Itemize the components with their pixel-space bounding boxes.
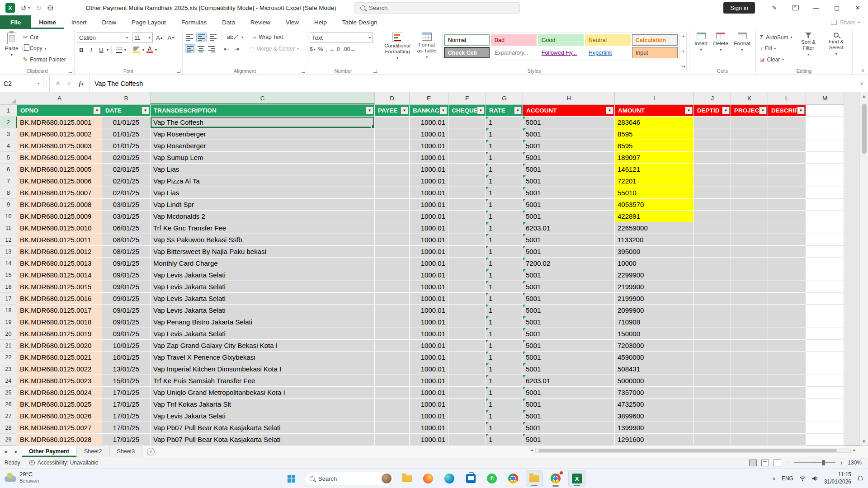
cell-E20[interactable]: 1000.01 [410, 328, 448, 340]
font-dialog-launcher[interactable] [177, 69, 180, 73]
cell-I9[interactable]: 4053570 [615, 199, 694, 211]
cell-F2[interactable] [448, 117, 486, 128]
cell-K20[interactable] [731, 328, 768, 340]
cell-E4[interactable]: 1000.01 [410, 140, 448, 152]
middle-align-icon[interactable] [196, 33, 207, 42]
cell-B8[interactable]: 02/01/25 [102, 187, 151, 199]
notification-bell-icon[interactable] [857, 475, 863, 482]
whatsapp-button[interactable]: ✆ [483, 470, 500, 487]
cell-K14[interactable] [731, 258, 768, 269]
cancel-icon[interactable]: ✕ [52, 78, 63, 89]
cell-E24[interactable]: 1000.01 [410, 375, 448, 387]
cell-E12[interactable]: 1000.01 [410, 234, 448, 246]
cell-G23[interactable]: 1 [486, 363, 523, 375]
comma-style-icon[interactable]: , [326, 46, 327, 52]
cell-C19[interactable]: Vap Penang Bistro Jakarta Selati [151, 316, 375, 328]
orientation-icon[interactable]: ab⤢ [226, 33, 240, 42]
cell-H22[interactable]: 5001 [523, 352, 615, 363]
paste-button[interactable]: Paste▾ [2, 31, 21, 66]
column-header-H[interactable]: H [523, 92, 615, 105]
cell-H6[interactable]: 5001 [523, 164, 615, 175]
cell-H28[interactable]: 5001 [523, 422, 615, 434]
file-explorer-button[interactable] [398, 470, 415, 487]
cell-E7[interactable]: 1000.01 [410, 175, 448, 187]
table-header-DEPTID[interactable]: DEPTID▼ [694, 105, 731, 117]
cell-C11[interactable]: Trf Ke Gnc Transfer Fee [151, 222, 375, 234]
cell-L18[interactable] [768, 305, 806, 316]
cell-B25[interactable]: 17/01/25 [102, 387, 151, 399]
cell-A28[interactable]: BK.MDR680.0125.0027 [17, 422, 102, 434]
cell-E10[interactable]: 1000.01 [410, 211, 448, 222]
cell-M5[interactable] [806, 152, 844, 164]
cell-K6[interactable] [731, 164, 768, 175]
cell-J21[interactable] [694, 340, 731, 352]
cell-E9[interactable]: 1000.01 [410, 199, 448, 211]
format-cells-button[interactable]: Format▾ [731, 31, 753, 66]
cell-C23[interactable]: Vap Imperial Kitchen Dimsumbekasi Kota I [151, 363, 375, 375]
cell-J20[interactable] [694, 328, 731, 340]
chrome-button[interactable] [505, 470, 522, 487]
cell-G19[interactable]: 1 [486, 316, 523, 328]
cell-G11[interactable]: 1 [486, 222, 523, 234]
tab-data[interactable]: Data [214, 15, 243, 29]
align-left-icon[interactable] [185, 44, 195, 53]
filter-button-BANKAC[interactable]: ▼ [439, 107, 447, 114]
cell-M10[interactable] [806, 211, 844, 222]
filter-button-TRANSDESCRIPTION[interactable]: ▼ [366, 107, 373, 114]
cell-L7[interactable] [768, 175, 806, 187]
number-format-select[interactable]: Text▾ [310, 33, 373, 42]
style-neutral[interactable]: Neutral [585, 34, 631, 46]
cell-C17[interactable]: Vap Levis Jakarta Selati [151, 293, 375, 305]
cell-L10[interactable] [768, 211, 806, 222]
column-header-L[interactable]: L [768, 92, 806, 105]
row-header-15[interactable]: 15 [0, 269, 17, 281]
normal-view-icon[interactable] [749, 460, 757, 466]
cell-A26[interactable]: BK.MDR680.0125.0025 [17, 399, 102, 410]
cell-D28[interactable] [375, 422, 410, 434]
cell-G7[interactable]: 1 [486, 175, 523, 187]
row-header-17[interactable]: 17 [0, 293, 17, 305]
cell-L22[interactable] [768, 352, 806, 363]
cell-B22[interactable]: 10/01/25 [102, 352, 151, 363]
cell-D4[interactable] [375, 140, 410, 152]
bottom-align-icon[interactable] [208, 33, 218, 42]
cell-K28[interactable] [731, 422, 768, 434]
cell-J22[interactable] [694, 352, 731, 363]
cell-A13[interactable]: BK.MDR680.0125.0012 [17, 246, 102, 258]
cell-D17[interactable] [375, 293, 410, 305]
cell-F16[interactable] [448, 281, 486, 293]
cell-B2[interactable]: 01/01/25 [102, 117, 151, 128]
insert-function-icon[interactable]: fx [76, 78, 87, 89]
cell-D19[interactable] [375, 316, 410, 328]
cell-I20[interactable]: 150000 [615, 328, 694, 340]
cell-C13[interactable]: Vap Bittersweet By Najla Paku bekasi [151, 246, 375, 258]
cell-D2[interactable] [375, 117, 410, 128]
filter-button-AMOUNT[interactable]: ▼ [685, 107, 693, 114]
table-header-PROJECT[interactable]: PROJECT▼ [731, 105, 768, 117]
cell-I19[interactable]: 710908 [615, 316, 694, 328]
cell-C5[interactable]: Vap Sumup Lem [151, 152, 375, 164]
tab-review[interactable]: Review [243, 15, 278, 29]
cell-K10[interactable] [731, 211, 768, 222]
cell-M20[interactable] [806, 328, 844, 340]
collapse-ribbon-icon[interactable]: ∧ [861, 68, 864, 73]
cell-I11[interactable]: 22659000 [615, 222, 694, 234]
row-header-7[interactable]: 7 [0, 175, 17, 187]
sort-filter-button[interactable]: Sort & Filter▾ [794, 31, 823, 66]
cell-L15[interactable] [768, 269, 806, 281]
cell-H15[interactable]: 5001 [523, 269, 615, 281]
font-name-select[interactable]: Calibri▾ [77, 33, 130, 42]
row-header-27[interactable]: 27 [0, 410, 17, 422]
cell-A23[interactable]: BK.MDR680.0125.0022 [17, 363, 102, 375]
cell-F18[interactable] [448, 305, 486, 316]
cell-J11[interactable] [694, 222, 731, 234]
cell-G2[interactable]: 1 [486, 117, 523, 128]
cell-J12[interactable] [694, 234, 731, 246]
horizontal-scroll-thumb[interactable] [538, 449, 837, 452]
row-header-6[interactable]: 6 [0, 164, 17, 175]
cell-C21[interactable]: Vap Zap Grand Galaxy City Bekasi Kota I [151, 340, 375, 352]
cell-D11[interactable] [375, 222, 410, 234]
formula-content[interactable]: Vap The Coffesh [90, 75, 855, 92]
cell-E21[interactable]: 1000.01 [410, 340, 448, 352]
cell-K5[interactable] [731, 152, 768, 164]
